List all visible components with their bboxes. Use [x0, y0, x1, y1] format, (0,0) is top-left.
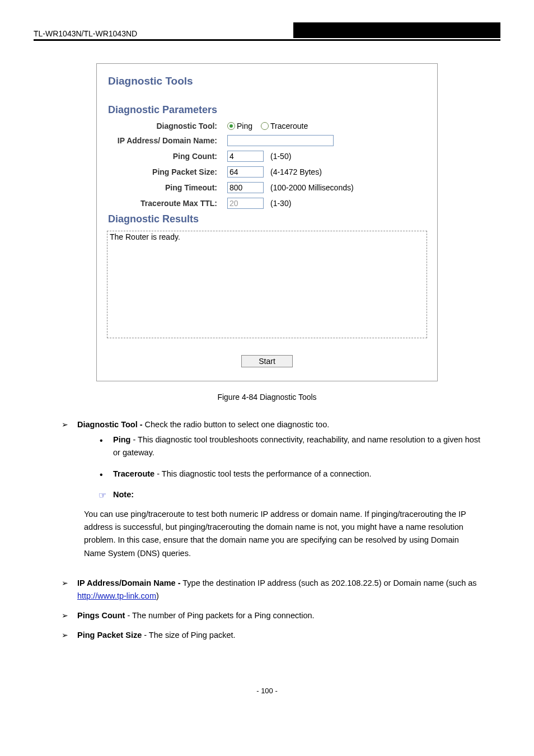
- note-label: Note:: [113, 490, 134, 499]
- results-heading: Diagnostic Results: [108, 213, 427, 225]
- bullet-ping: Ping - This diagnostic tool troubleshoot…: [100, 433, 489, 459]
- header-right-blackbox: [293, 22, 500, 38]
- ttl-input: [227, 198, 264, 209]
- results-text: The Router is ready.: [110, 232, 180, 241]
- note-body: You can use ping/traceroute to test both…: [84, 508, 478, 560]
- diagnostic-tools-panel: Diagnostic Tools Diagnostic Parameters D…: [96, 63, 438, 381]
- note-label-row: ☞ Note:: [100, 488, 489, 501]
- size-hint: (4-1472 Bytes): [270, 167, 322, 176]
- page-header: TL-WR1043N/TL-WR1043ND: [34, 22, 500, 41]
- radio-icon: [261, 122, 269, 130]
- header-left: TL-WR1043N/TL-WR1043ND: [34, 29, 137, 38]
- radio-ping[interactable]: Ping: [227, 122, 252, 130]
- hand-icon: ☞: [99, 488, 106, 503]
- bullet-traceroute: Traceroute - This diagnostic tool tests …: [100, 468, 489, 480]
- row-timeout: Ping Timeout: (100-2000 Milliseconds): [107, 182, 427, 193]
- ip-input[interactable]: [227, 135, 334, 146]
- item-count: Pings Count - The number of Ping packets…: [62, 609, 489, 622]
- row-count: Ping Count: (1-50): [107, 151, 427, 162]
- link-tplink[interactable]: http://www.tp-link.com: [77, 591, 156, 600]
- size-input[interactable]: [227, 166, 264, 178]
- timeout-input[interactable]: [227, 182, 264, 193]
- label-ttl: Traceroute Max TTL:: [107, 199, 227, 208]
- label-timeout: Ping Timeout:: [107, 183, 227, 192]
- label-size: Ping Packet Size:: [107, 167, 227, 176]
- count-hint: (1-50): [270, 152, 291, 161]
- count-input[interactable]: [227, 151, 264, 162]
- radio-icon: [227, 122, 235, 130]
- panel-title: Diagnostic Tools: [108, 75, 427, 87]
- results-box: The Router is ready.: [107, 231, 427, 338]
- item-diagnostic-tool: Diagnostic Tool - Check the radio button…: [62, 418, 489, 501]
- label-diagnostic-tool: Diagnostic Tool:: [107, 122, 227, 130]
- body-text: Diagnostic Tool - Check the radio button…: [62, 418, 489, 642]
- radio-traceroute[interactable]: Traceroute: [261, 122, 308, 130]
- parameters-heading: Diagnostic Parameters: [108, 104, 427, 116]
- radio-ping-label: Ping: [237, 122, 252, 130]
- radio-traceroute-label: Traceroute: [270, 122, 308, 130]
- ttl-hint: (1-30): [270, 199, 291, 208]
- start-button[interactable]: Start: [241, 355, 293, 367]
- figure-caption: Figure 4-84 Diagnostic Tools: [34, 393, 500, 402]
- row-ttl: Traceroute Max TTL: (1-30): [107, 198, 427, 209]
- row-diagnostic-tool: Diagnostic Tool: Ping Traceroute: [107, 122, 427, 130]
- item-ip: IP Address/Domain Name - Type the destin…: [62, 577, 489, 603]
- page-number: - 100 -: [34, 687, 500, 695]
- item-size: Ping Packet Size - The size of Ping pack…: [62, 629, 489, 642]
- row-size: Ping Packet Size: (4-1472 Bytes): [107, 166, 427, 178]
- timeout-hint: (100-2000 Milliseconds): [270, 183, 354, 192]
- label-count: Ping Count:: [107, 152, 227, 161]
- label-ip: IP Address/ Domain Name:: [107, 136, 227, 145]
- row-ip: IP Address/ Domain Name:: [107, 135, 427, 146]
